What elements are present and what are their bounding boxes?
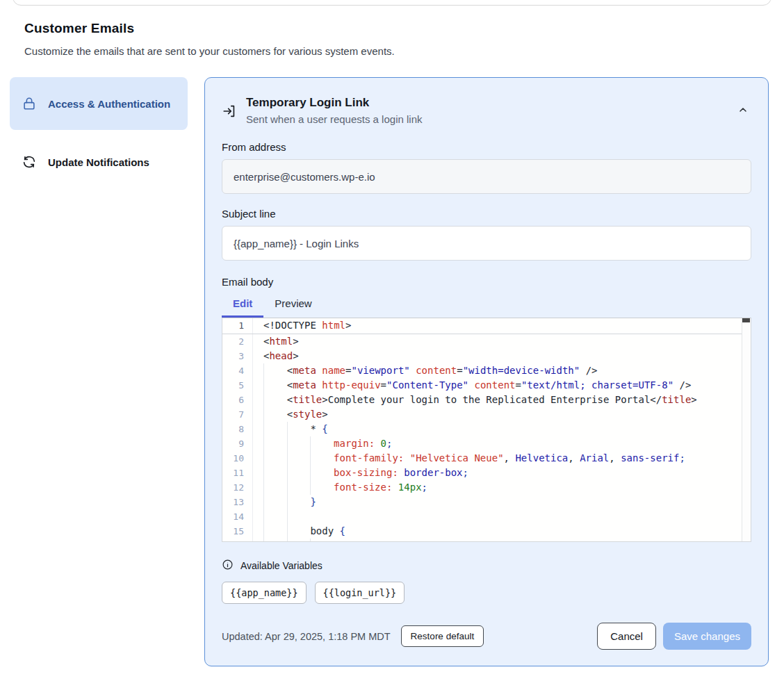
code-line: 3<head> xyxy=(222,349,751,363)
code-line: 13} xyxy=(222,495,751,509)
email-settings-panel: Temporary Login Link Sent when a user re… xyxy=(204,77,769,666)
tab-edit[interactable]: Edit xyxy=(222,291,263,318)
editor-scrollbar-thumb[interactable] xyxy=(742,318,750,322)
panel-subtitle: Sent when a user requests a login link xyxy=(246,113,422,125)
code-line: 5<meta http-equiv="Content-Type" content… xyxy=(222,378,751,393)
info-icon xyxy=(222,559,234,573)
refresh-icon xyxy=(21,154,38,170)
code-lines: 1<!DOCTYPE html>2<html>3<head>4<meta nam… xyxy=(222,318,751,542)
code-line: 14 xyxy=(222,509,751,524)
from-address-input[interactable] xyxy=(222,159,751,194)
page-header: Customer Emails Customize the emails tha… xyxy=(0,0,784,57)
sidebar-item-label: Access & Authentication xyxy=(48,98,170,110)
lock-icon xyxy=(21,95,38,112)
code-line: 15body { xyxy=(222,524,751,539)
panel-header: Temporary Login Link Sent when a user re… xyxy=(222,96,751,125)
editor-tabs: Edit Preview xyxy=(222,291,751,318)
variable-chip-login-url[interactable]: {{login_url}} xyxy=(315,582,405,604)
code-line: 1<!DOCTYPE html> xyxy=(222,318,751,334)
code-line: 9margin: 0; xyxy=(222,436,751,451)
panel-footer: Updated: Apr 29, 2025, 1:18 PM MDT Resto… xyxy=(222,623,751,650)
page-title: Customer Emails xyxy=(24,21,784,36)
sidebar-item-update-notifications[interactable]: Update Notifications xyxy=(10,144,188,180)
email-body-label: Email body xyxy=(222,276,751,288)
editor-scrollbar[interactable] xyxy=(742,318,751,541)
collapse-button[interactable] xyxy=(735,101,751,120)
previous-card-bottom-edge xyxy=(13,0,771,6)
code-line: 2<html> xyxy=(222,334,751,349)
chevron-up-icon xyxy=(737,107,749,117)
restore-default-button[interactable]: Restore default xyxy=(401,625,484,647)
code-line: 10font-family: "Helvetica Neue", Helveti… xyxy=(222,451,751,466)
code-line: 8* { xyxy=(222,422,751,436)
variable-chip-app-name[interactable]: {{app_name}} xyxy=(222,582,307,604)
tab-preview[interactable]: Preview xyxy=(263,291,322,318)
available-variables-row: Available Variables xyxy=(222,559,751,573)
updated-timestamp: Updated: Apr 29, 2025, 1:18 PM MDT xyxy=(222,631,391,642)
code-line: 6<title>Complete your login to the Repli… xyxy=(222,393,751,407)
subject-line-input[interactable] xyxy=(222,226,751,261)
sidebar: Access & Authentication Update Notificat… xyxy=(10,77,188,180)
login-icon xyxy=(222,104,237,122)
code-line: 4<meta name="viewport" content="width=de… xyxy=(222,363,751,378)
page-subtitle: Customize the emails that are sent to yo… xyxy=(24,45,784,57)
code-line: 16background-color: #f6f9fc; xyxy=(222,539,751,542)
panel-header-text: Temporary Login Link Sent when a user re… xyxy=(246,96,422,125)
cancel-button[interactable]: Cancel xyxy=(597,623,656,650)
subject-line-label: Subject line xyxy=(222,208,751,220)
sidebar-item-label: Update Notifications xyxy=(48,156,149,168)
code-line: 11box-sizing: border-box; xyxy=(222,466,751,480)
code-line: 12font-size: 14px; xyxy=(222,480,751,495)
from-address-label: From address xyxy=(222,141,751,153)
code-editor[interactable]: 1<!DOCTYPE html>2<html>3<head>4<meta nam… xyxy=(222,318,751,542)
sidebar-item-access-authentication[interactable]: Access & Authentication xyxy=(10,77,188,130)
available-variables-label: Available Variables xyxy=(240,560,322,571)
variable-chips: {{app_name}} {{login_url}} xyxy=(222,582,751,604)
panel-title: Temporary Login Link xyxy=(246,96,422,110)
save-changes-button[interactable]: Save changes xyxy=(663,623,751,650)
code-line: 7<style> xyxy=(222,407,751,422)
